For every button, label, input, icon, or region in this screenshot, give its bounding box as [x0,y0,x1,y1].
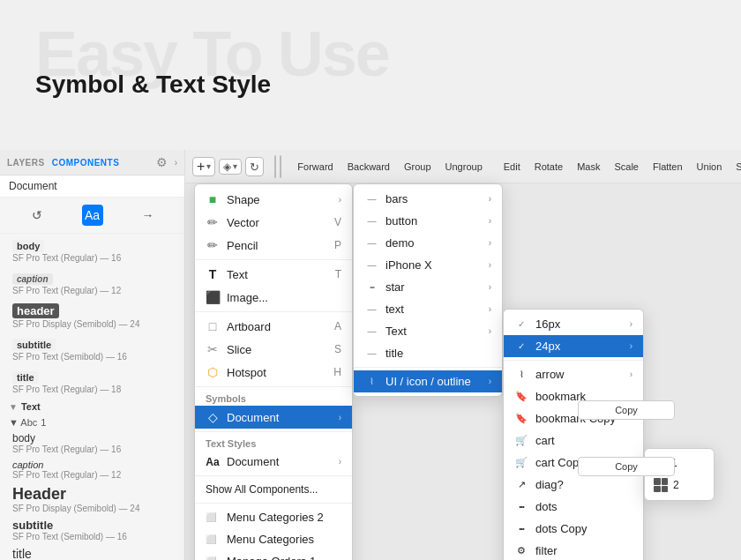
text-icon[interactable]: Aa [82,205,103,226]
menu-item-text[interactable]: T Text T [195,263,352,286]
Text-cap-arrow: › [489,326,491,336]
sym-button[interactable]: — button › [354,210,502,232]
cart-copy-sym-icon: 🛒 [514,457,528,468]
menu-item-image[interactable]: ⬛ Image... [195,286,352,309]
toolbar-icon-1[interactable]: ⬆ [275,156,276,177]
px-24-option[interactable]: ✓ 24px › [504,335,643,357]
sym-ui-icon-outline[interactable]: ⌇ UI / icon / outline › [354,370,502,392]
tab-layers[interactable]: LAYERS [7,158,45,168]
icon-dots-copy[interactable]: ••• dots Copy [504,518,643,540]
toolbar-btn-union[interactable]: Union [692,159,728,175]
sym-Text-cap[interactable]: — Text › [354,320,502,342]
style-desc-title: SF Pro Text (Regular) — 18 [12,385,176,394]
panel-item-1[interactable]: ⬜ Menu Categories [195,528,352,550]
text-style-title[interactable]: title [0,544,184,560]
icon-cart[interactable]: 🛒 cart [504,429,643,452]
toolbar-btn-ungroup[interactable]: Ungroup [440,159,488,175]
toolbar-btn-flatten[interactable]: Flatten [647,159,688,175]
ui-icon-outline-arrow: › [489,377,491,386]
icon-diag[interactable]: ↗ diag? [504,474,643,496]
menu-item-show-all[interactable]: Show All Components... [195,479,352,500]
px-16-option[interactable]: ✓ 16px › [504,313,643,335]
copy-button-1[interactable]: Copy [578,400,675,420]
menu-item-hotspot[interactable]: ⬡ Hotspot H [195,361,352,384]
pencil-menu-icon: ✏ [206,238,220,252]
cart-sym-icon: 🛒 [514,435,528,446]
bookmark-sym-icon: 🔖 [514,391,528,402]
toolbar-btn-backward[interactable]: Backward [342,159,395,175]
sym-title[interactable]: — title [354,342,502,364]
menu-item-artboard[interactable]: □ Artboard A [195,315,352,338]
shape-button[interactable]: ◈ ▾ [219,159,242,175]
style-item-title[interactable]: title SF Pro Text (Regular) — 18 [0,365,184,398]
icon-dots[interactable]: ••• dots [504,496,643,518]
text-style-menu-icon: Aa [206,456,220,468]
tab-components[interactable]: COMPONENTS [52,158,120,168]
bookmark-copy-sym-icon: 🔖 [514,413,528,424]
ts-name-title: title [12,547,176,560]
sym-iphonex[interactable]: — iPhone X › [354,254,502,276]
style-item-caption[interactable]: caption SF Pro Text (Regular) — 12 [0,266,184,299]
toolbar-btn-rotate[interactable]: Rotate [529,159,568,175]
style-item-subtitle[interactable]: subtitle SF Pro Text (Semibold) — 16 [0,332,184,365]
symbols-section-label: Symbols [195,390,352,406]
icon-arrow[interactable]: ⌇ arrow › [504,363,643,385]
toolbar-icon-group-2: ◫ ⊞ [280,155,281,178]
text-style-caption[interactable]: caption SF Pro Text (Regular) — 12 [0,457,184,482]
panel-tabs: LAYERS COMPONENTS ⚙ › [0,150,184,175]
toolbar-icon-group-1: ⬆ ⬇ [274,155,276,178]
menu-item-document-text[interactable]: Aa Document › [195,451,352,473]
layout-option-2[interactable]: 2 [645,474,714,497]
ts-name-subtitle: subtitle [12,519,176,532]
star-icon: ••••• [364,283,378,291]
menu-item-shape[interactable]: ■ Shape › [195,188,352,211]
text-sym-icon: — [364,304,378,314]
main-title: Symbol & Text Style [35,71,271,99]
sym-demo[interactable]: — demo › [354,232,502,254]
style-desc-header: SF Pro Display (Semibold) — 24 [12,319,176,329]
sym-bars[interactable]: — bars › [354,188,502,210]
chevron-icon[interactable]: › [175,158,177,168]
toolbar-btn-forward[interactable]: Forward [292,159,338,175]
icons-sep-1 [504,360,643,361]
menu-item-slice[interactable]: ✂ Slice S [195,338,352,361]
left-panel: LAYERS COMPONENTS ⚙ › Document ↺ Aa → bo… [0,150,185,560]
ui-icon-outline-icon: ⌇ [364,377,378,386]
px16-arrow: › [630,319,632,329]
text-style-body[interactable]: body SF Pro Text (Regular) — 16 [0,429,184,457]
text-style-header[interactable]: Header SF Pro Display (Semibold) — 24 [0,482,184,516]
submenu-document-symbols: — bars › — button › — demo › — iPhone X … [353,183,503,397]
refresh-toolbar-button[interactable]: ↻ [245,157,264,176]
gear-icon[interactable]: ⚙ [156,155,168,169]
panel-item-0[interactable]: ⬜ Menu Categories 2 [195,506,352,528]
document-symbol-icon: ◇ [206,410,220,424]
panel-item-2[interactable]: ⬜ Manage Orders 1 [195,550,352,560]
menu-item-pencil[interactable]: ✏ Pencil P [195,234,352,257]
toolbar-btn-group[interactable]: Group [399,159,437,175]
ts-desc-subtitle: SF Pro Text (Semibold) — 16 [12,532,176,541]
document-row[interactable]: Document [0,175,184,198]
toolbar-btn-mask[interactable]: Mask [572,159,605,175]
add-button[interactable]: + ▾ [192,157,215,176]
title-sym-icon: — [364,348,378,358]
menu-item-document-symbol[interactable]: ◇ Document › [195,406,352,429]
bars-arrow: › [489,194,491,204]
sym-star[interactable]: ••••• star › [354,276,502,298]
style-item-header[interactable]: header SF Pro Display (Semibold) — 24 [0,299,184,332]
copy-button-2[interactable]: Copy [578,457,675,476]
star-arrow: › [489,282,491,292]
toolbar-btn-sub[interactable]: Sub [730,159,741,175]
style-item-body[interactable]: body SF Pro Text (Regular) — 16 [0,234,184,266]
text-style-subtitle[interactable]: subtitle SF Pro Text (Semibold) — 16 [0,516,184,544]
text-sym-arrow: › [489,304,491,314]
icon-filter[interactable]: ⚙ filter [504,540,643,560]
toolbar-btn-scale[interactable]: Scale [609,159,644,175]
badge-header: header [12,303,59,318]
badge-body: body [12,240,44,252]
toolbar-icon-3[interactable]: ◫ [281,156,281,177]
sym-text[interactable]: — text › [354,298,502,320]
arrow-icon[interactable]: → [138,205,159,226]
toolbar-btn-edit[interactable]: Edit [498,159,526,175]
menu-item-vector[interactable]: ✏ Vector V [195,211,352,234]
refresh-icon[interactable]: ↺ [26,205,48,226]
